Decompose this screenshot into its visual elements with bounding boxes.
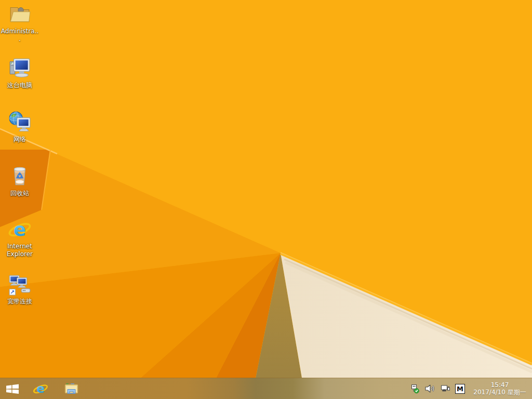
desktop-icon-this-pc[interactable]: 这台电脑 — [0, 56, 39, 89]
clock-time: 15:47 — [472, 381, 528, 389]
desktop-icon-administrator[interactable]: Administra... — [0, 2, 39, 43]
internet-explorer-icon: e — [33, 381, 48, 396]
taskbar-file-explorer-button[interactable] — [56, 378, 87, 399]
svg-text:e: e — [36, 381, 45, 395]
desktop-icon-column: Administra... 这台电脑 — [0, 0, 39, 378]
administrator-folder-icon — [8, 2, 32, 26]
desktop-icon-recycle-bin[interactable]: 回收站 — [0, 164, 39, 197]
taskbar-internet-explorer-button[interactable]: e — [25, 378, 56, 399]
desktop-icon-label: 宽带连接 — [7, 298, 32, 305]
ime-indicator[interactable]: M — [455, 384, 465, 394]
system-tray: M 15:47 2017/4/10 星期一 — [409, 378, 532, 399]
windows-logo-icon — [6, 384, 19, 394]
desktop-icon-label: Administra... — [1, 28, 39, 43]
desktop-icon-label: 网络 — [14, 136, 26, 143]
desktop-icon-label: Internet Explorer — [1, 243, 39, 258]
network-tray-icon[interactable] — [440, 383, 450, 394]
broadband-connection-icon: ↗ — [8, 272, 32, 296]
desktop-icon-label: 这台电脑 — [7, 82, 32, 89]
ie-letter-glyph: e — [14, 219, 26, 240]
recycle-bin-icon — [8, 164, 32, 188]
taskbar-clock[interactable]: 15:47 2017/4/10 星期一 — [470, 381, 528, 396]
volume-icon[interactable] — [424, 383, 435, 394]
desktop-icon-internet-explorer[interactable]: e Internet Explorer — [0, 217, 39, 258]
wallpaper — [0, 0, 532, 399]
shortcut-arrow-glyph: ↗ — [10, 289, 15, 295]
file-explorer-icon — [64, 382, 79, 396]
desktop-icon-network[interactable]: 网络 — [0, 110, 39, 143]
network-icon — [8, 110, 32, 134]
desktop-icon-broadband[interactable]: ↗ 宽带连接 — [0, 272, 39, 305]
this-pc-icon — [8, 56, 32, 80]
taskbar: e — [0, 378, 532, 399]
clock-date: 2017/4/10 星期一 — [472, 389, 528, 396]
usb-safely-remove-icon[interactable] — [409, 383, 420, 394]
desktop-icon-label: 回收站 — [10, 190, 29, 197]
start-button[interactable] — [0, 378, 25, 399]
internet-explorer-icon: e — [8, 217, 32, 241]
